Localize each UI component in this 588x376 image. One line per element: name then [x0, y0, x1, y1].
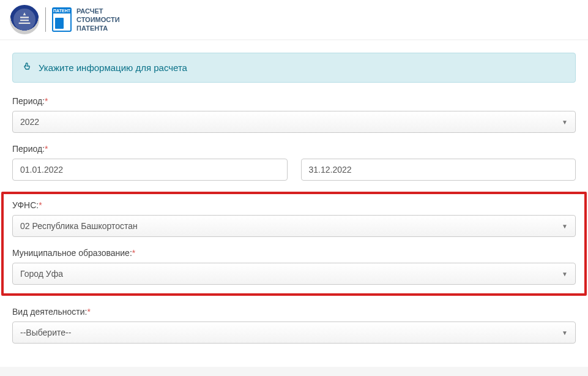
activity-select[interactable]: --Выберите-- ▼ [12, 321, 576, 344]
activity-label: Вид деятельности:* [12, 307, 576, 317]
municipality-value: Город Уфа [20, 269, 63, 279]
chevron-down-icon: ▼ [562, 271, 568, 277]
fns-emblem-icon [10, 5, 39, 34]
activity-value: --Выберите-- [20, 328, 71, 337]
calculator-icon [55, 18, 64, 29]
municipality-label: Муниципальное образование:* [12, 248, 576, 258]
chevron-down-icon: ▼ [562, 329, 568, 336]
patent-icon-label: ПАТЕНТ [53, 8, 71, 13]
highlighted-region: УФНС:* 02 Республика Башкортостан ▼ Муни… [1, 192, 587, 296]
app-header: ПАТЕНТ РАСЧЕТ СТОИМОСТИ ПАТЕНТА [0, 0, 588, 39]
ufns-select[interactable]: 02 Республика Башкортостан ▼ [12, 215, 576, 237]
header-divider [45, 7, 46, 32]
municipality-group: Муниципальное образование:* Город Уфа ▼ [12, 248, 576, 285]
period-dates-label: Период:* [12, 144, 576, 154]
activity-group: Вид деятельности:* --Выберите-- ▼ [12, 307, 576, 344]
info-panel: Укажите информацию для расчета [12, 53, 576, 83]
app-title: РАСЧЕТ СТОИМОСТИ ПАТЕНТА [76, 7, 120, 33]
ufns-value: 02 Республика Башкортостан [20, 221, 138, 231]
period-from-input[interactable]: 01.01.2022 [12, 159, 288, 181]
municipality-select[interactable]: Город Уфа ▼ [12, 263, 576, 285]
period-year-value: 2022 [20, 117, 39, 127]
ufns-label: УФНС:* [12, 200, 576, 210]
ufns-group: УФНС:* 02 Республика Башкортостан ▼ [12, 200, 576, 237]
patent-logo: ПАТЕНТ РАСЧЕТ СТОИМОСТИ ПАТЕНТА [52, 7, 120, 33]
period-year-label: Период:* [12, 96, 576, 106]
chevron-down-icon: ▼ [562, 223, 568, 230]
form-container: Укажите информацию для расчета Период:* … [0, 40, 588, 367]
hand-pointer-icon [23, 62, 32, 73]
period-to-input[interactable]: 31.12.2022 [301, 159, 576, 181]
period-dates-group: Период:* 01.01.2022 31.12.2022 [12, 144, 576, 181]
period-year-select[interactable]: 2022 ▼ [12, 111, 576, 133]
info-text: Укажите информацию для расчета [39, 62, 187, 73]
chevron-down-icon: ▼ [562, 119, 568, 126]
period-year-group: Период:* 2022 ▼ [12, 96, 576, 133]
patent-doc-icon: ПАТЕНТ [52, 7, 72, 32]
